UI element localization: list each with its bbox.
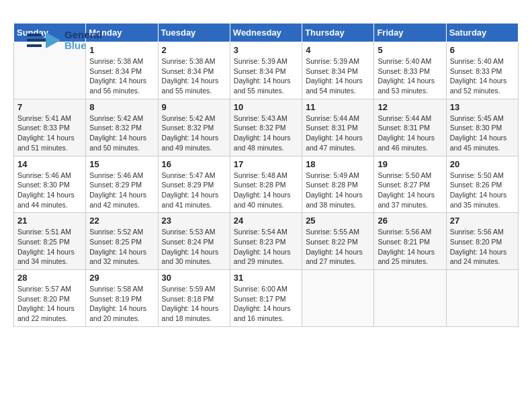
cell-date: 21 bbox=[17, 216, 82, 226]
cell-info: Sunrise: 5:45 AMSunset: 8:30 PMDaylight:… bbox=[450, 113, 515, 153]
calendar-cell bbox=[446, 270, 518, 327]
cell-date: 15 bbox=[89, 159, 154, 169]
calendar-cell: 7Sunrise: 5:41 AMSunset: 8:33 PMDaylight… bbox=[14, 99, 86, 156]
cell-info: Sunrise: 5:43 AMSunset: 8:32 PMDaylight:… bbox=[234, 113, 298, 153]
cell-date: 6 bbox=[450, 45, 515, 55]
cell-date: 26 bbox=[378, 216, 442, 226]
calendar-cell: 28Sunrise: 5:57 AMSunset: 8:20 PMDayligh… bbox=[14, 270, 86, 327]
calendar-cell: 9Sunrise: 5:42 AMSunset: 8:32 PMDaylight… bbox=[158, 99, 230, 156]
cell-date: 13 bbox=[450, 102, 515, 112]
cell-info: Sunrise: 5:50 AMSunset: 8:26 PMDaylight:… bbox=[450, 171, 515, 210]
calendar-cell: 29Sunrise: 5:58 AMSunset: 8:19 PMDayligh… bbox=[86, 270, 158, 327]
cell-date: 10 bbox=[234, 102, 298, 112]
weekday-header-friday: Friday bbox=[374, 24, 446, 42]
cell-date: 16 bbox=[162, 159, 226, 169]
cell-info: Sunrise: 5:38 AMSunset: 8:34 PMDaylight:… bbox=[162, 56, 226, 96]
cell-date: 22 bbox=[89, 216, 154, 226]
logo-blue: Blue bbox=[64, 40, 87, 51]
calendar-cell: 23Sunrise: 5:53 AMSunset: 8:24 PMDayligh… bbox=[158, 213, 230, 270]
calendar-cell: 16Sunrise: 5:47 AMSunset: 8:29 PMDayligh… bbox=[158, 156, 230, 213]
weekday-header-thursday: Thursday bbox=[302, 24, 374, 42]
cell-info: Sunrise: 5:57 AMSunset: 8:20 PMDaylight:… bbox=[17, 284, 82, 324]
calendar-cell: 17Sunrise: 5:48 AMSunset: 8:28 PMDayligh… bbox=[230, 156, 302, 213]
weekday-header-wednesday: Wednesday bbox=[230, 24, 302, 42]
cell-info: Sunrise: 5:47 AMSunset: 8:29 PMDaylight:… bbox=[162, 171, 226, 210]
cell-date: 20 bbox=[450, 159, 515, 169]
calendar-cell: 8Sunrise: 5:42 AMSunset: 8:32 PMDaylight… bbox=[86, 99, 158, 156]
cell-info: Sunrise: 5:39 AMSunset: 8:34 PMDaylight:… bbox=[306, 56, 370, 96]
cell-date: 31 bbox=[234, 273, 298, 283]
calendar-cell: 25Sunrise: 5:55 AMSunset: 8:22 PMDayligh… bbox=[302, 213, 374, 270]
cell-date: 8 bbox=[89, 102, 154, 112]
calendar-cell: 11Sunrise: 5:44 AMSunset: 8:31 PMDayligh… bbox=[302, 99, 374, 156]
cell-info: Sunrise: 5:56 AMSunset: 8:21 PMDaylight:… bbox=[378, 227, 442, 267]
cell-date: 19 bbox=[378, 159, 442, 169]
cell-date: 25 bbox=[306, 216, 370, 226]
cell-date: 24 bbox=[234, 216, 298, 226]
cell-info: Sunrise: 5:58 AMSunset: 8:19 PMDaylight:… bbox=[89, 284, 154, 324]
cell-info: Sunrise: 5:55 AMSunset: 8:22 PMDaylight:… bbox=[306, 227, 370, 267]
cell-info: Sunrise: 5:40 AMSunset: 8:33 PMDaylight:… bbox=[378, 56, 442, 96]
weekday-header-saturday: Saturday bbox=[446, 24, 518, 42]
calendar-cell: 18Sunrise: 5:49 AMSunset: 8:28 PMDayligh… bbox=[302, 156, 374, 213]
cell-info: Sunrise: 5:53 AMSunset: 8:24 PMDaylight:… bbox=[162, 227, 226, 267]
cell-info: Sunrise: 5:49 AMSunset: 8:28 PMDaylight:… bbox=[306, 171, 370, 210]
logo: General Blue bbox=[27, 27, 102, 54]
cell-date: 17 bbox=[234, 159, 298, 169]
cell-info: Sunrise: 5:39 AMSunset: 8:34 PMDaylight:… bbox=[234, 56, 298, 96]
cell-date: 7 bbox=[17, 102, 82, 112]
cell-info: Sunrise: 5:50 AMSunset: 8:27 PMDaylight:… bbox=[378, 171, 442, 210]
cell-info: Sunrise: 5:42 AMSunset: 8:32 PMDaylight:… bbox=[89, 113, 154, 153]
svg-rect-0 bbox=[27, 39, 48, 42]
cell-info: Sunrise: 5:41 AMSunset: 8:33 PMDaylight:… bbox=[17, 113, 82, 153]
calendar-cell: 13Sunrise: 5:45 AMSunset: 8:30 PMDayligh… bbox=[446, 99, 518, 156]
calendar-cell: 27Sunrise: 5:56 AMSunset: 8:20 PMDayligh… bbox=[446, 213, 518, 270]
calendar-cell: 14Sunrise: 5:46 AMSunset: 8:30 PMDayligh… bbox=[14, 156, 86, 213]
calendar-cell: 15Sunrise: 5:46 AMSunset: 8:29 PMDayligh… bbox=[86, 156, 158, 213]
calendar-cell: 19Sunrise: 5:50 AMSunset: 8:27 PMDayligh… bbox=[374, 156, 446, 213]
calendar-cell: 3Sunrise: 5:39 AMSunset: 8:34 PMDaylight… bbox=[230, 42, 302, 99]
calendar-cell: 4Sunrise: 5:39 AMSunset: 8:34 PMDaylight… bbox=[302, 42, 374, 99]
cell-info: Sunrise: 5:48 AMSunset: 8:28 PMDaylight:… bbox=[234, 171, 298, 210]
cell-date: 27 bbox=[450, 216, 515, 226]
svg-marker-3 bbox=[46, 32, 60, 48]
cell-info: Sunrise: 5:46 AMSunset: 8:30 PMDaylight:… bbox=[17, 171, 82, 210]
cell-date: 14 bbox=[17, 159, 82, 169]
calendar-cell: 21Sunrise: 5:51 AMSunset: 8:25 PMDayligh… bbox=[14, 213, 86, 270]
logo-general: General bbox=[64, 29, 102, 40]
cell-info: Sunrise: 5:54 AMSunset: 8:23 PMDaylight:… bbox=[234, 227, 298, 267]
cell-info: Sunrise: 5:59 AMSunset: 8:18 PMDaylight:… bbox=[162, 284, 226, 324]
calendar-cell: 26Sunrise: 5:56 AMSunset: 8:21 PMDayligh… bbox=[374, 213, 446, 270]
cell-info: Sunrise: 5:44 AMSunset: 8:31 PMDaylight:… bbox=[378, 113, 442, 153]
cell-info: Sunrise: 5:52 AMSunset: 8:25 PMDaylight:… bbox=[89, 227, 154, 267]
cell-info: Sunrise: 5:40 AMSunset: 8:33 PMDaylight:… bbox=[450, 56, 515, 96]
cell-date: 11 bbox=[306, 102, 370, 112]
calendar-cell: 22Sunrise: 5:52 AMSunset: 8:25 PMDayligh… bbox=[86, 213, 158, 270]
cell-info: Sunrise: 5:51 AMSunset: 8:25 PMDaylight:… bbox=[17, 227, 82, 267]
cell-date: 5 bbox=[378, 45, 442, 55]
weekday-header-tuesday: Tuesday bbox=[158, 24, 230, 42]
cell-date: 29 bbox=[89, 273, 154, 283]
calendar-cell: 31Sunrise: 6:00 AMSunset: 8:17 PMDayligh… bbox=[230, 270, 302, 327]
calendar-cell: 10Sunrise: 5:43 AMSunset: 8:32 PMDayligh… bbox=[230, 99, 302, 156]
calendar-cell: 2Sunrise: 5:38 AMSunset: 8:34 PMDaylight… bbox=[158, 42, 230, 99]
calendar-cell bbox=[374, 270, 446, 327]
cell-date: 12 bbox=[378, 102, 442, 112]
cell-date: 23 bbox=[162, 216, 226, 226]
cell-date: 18 bbox=[306, 159, 370, 169]
cell-date: 28 bbox=[17, 273, 82, 283]
cell-info: Sunrise: 5:44 AMSunset: 8:31 PMDaylight:… bbox=[306, 113, 370, 153]
calendar-cell: 24Sunrise: 5:54 AMSunset: 8:23 PMDayligh… bbox=[230, 213, 302, 270]
cell-info: Sunrise: 5:46 AMSunset: 8:29 PMDaylight:… bbox=[89, 171, 154, 210]
cell-info: Sunrise: 5:42 AMSunset: 8:32 PMDaylight:… bbox=[162, 113, 226, 153]
calendar-cell: 6Sunrise: 5:40 AMSunset: 8:33 PMDaylight… bbox=[446, 42, 518, 99]
svg-rect-1 bbox=[27, 34, 42, 36]
calendar-cell bbox=[302, 270, 374, 327]
calendar-cell: 20Sunrise: 5:50 AMSunset: 8:26 PMDayligh… bbox=[446, 156, 518, 213]
calendar-table: SundayMondayTuesdayWednesdayThursdayFrid… bbox=[13, 23, 519, 327]
cell-date: 3 bbox=[234, 45, 298, 55]
cell-info: Sunrise: 5:38 AMSunset: 8:34 PMDaylight:… bbox=[89, 56, 154, 96]
cell-date: 2 bbox=[162, 45, 226, 55]
cell-date: 4 bbox=[306, 45, 370, 55]
cell-date: 9 bbox=[162, 102, 226, 112]
